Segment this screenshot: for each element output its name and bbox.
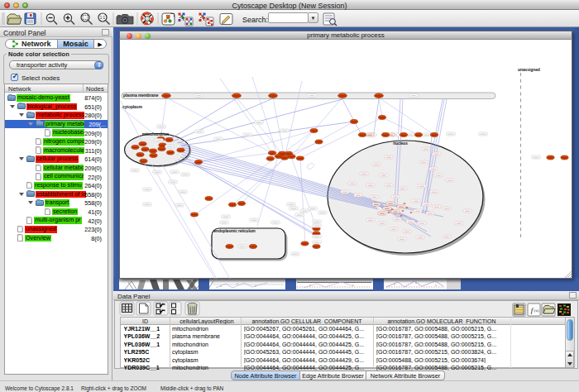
svg-text:plasma membrane: plasma membrane	[123, 93, 159, 98]
svg-text:unassigned: unassigned	[518, 67, 540, 72]
svg-text:1:1: 1:1	[100, 16, 106, 20]
svg-text:nucleus: nucleus	[393, 141, 408, 146]
svg-text:endoplasmic reticulum: endoplasmic reticulum	[214, 229, 256, 233]
svg-text:(x): (x)	[534, 308, 539, 313]
svg-text:mitochondrion: mitochondrion	[142, 132, 169, 136]
svg-text:cytoplasm: cytoplasm	[122, 104, 142, 109]
